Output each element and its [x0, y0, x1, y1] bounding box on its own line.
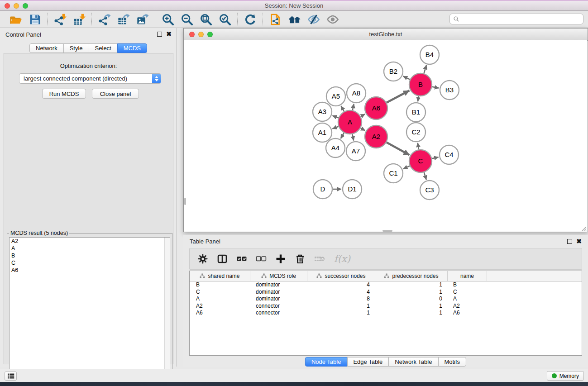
- refresh-network-button[interactable]: [243, 12, 258, 27]
- show-graphics-details-button[interactable]: [325, 12, 340, 27]
- new-network-from-file-button[interactable]: [268, 12, 283, 27]
- zoom-in-button[interactable]: [160, 12, 176, 27]
- zoom-out-button[interactable]: [179, 12, 195, 27]
- mcds-result-item[interactable]: A: [10, 245, 170, 252]
- task-history-button[interactable]: [5, 372, 17, 381]
- mcds-result-item[interactable]: A2: [10, 238, 170, 245]
- export-network-button[interactable]: [97, 12, 112, 27]
- graph-node-C2[interactable]: C2: [406, 123, 425, 142]
- delete-column-button[interactable]: [293, 252, 307, 266]
- deselect-all-rows-button[interactable]: [254, 252, 268, 266]
- tab-select[interactable]: Select: [89, 43, 118, 53]
- table-row[interactable]: Bdominator41B: [190, 281, 582, 289]
- table-row[interactable]: Cdominator41C: [190, 289, 582, 296]
- optimization-criterion-select[interactable]: largest connected component (directed): [19, 73, 161, 84]
- zoom-selected-button[interactable]: [217, 12, 233, 27]
- close-panel-icon[interactable]: ✖: [166, 30, 172, 38]
- graph-edge-C-C3[interactable]: [424, 172, 426, 180]
- graph-node-A6[interactable]: A6: [365, 97, 387, 119]
- search-field[interactable]: [449, 14, 583, 24]
- graph-node-A[interactable]: A: [338, 110, 362, 134]
- graph-node-D1[interactable]: D1: [343, 180, 362, 199]
- table-close-panel-icon[interactable]: ✖: [576, 238, 582, 245]
- tab-network[interactable]: Network: [29, 43, 64, 53]
- split-view-button[interactable]: [215, 252, 229, 266]
- add-column-button[interactable]: [274, 252, 287, 266]
- export-table-button[interactable]: [116, 12, 131, 27]
- cybrowser-button[interactable]: [287, 12, 302, 27]
- graph-edge-B-B2[interactable]: [403, 76, 410, 79]
- graph-node-D[interactable]: D: [313, 180, 332, 199]
- graph-edge-B-B4[interactable]: [424, 65, 426, 73]
- hide-graphics-details-button[interactable]: [306, 12, 321, 27]
- graph-edge-C-C2[interactable]: [418, 143, 419, 150]
- mcds-list-scrollbar[interactable]: [164, 238, 170, 381]
- tab-node-table[interactable]: Node Table: [305, 357, 348, 367]
- column-header-shared-name[interactable]: shared name: [190, 271, 250, 281]
- graph-edge-B-B1[interactable]: [418, 96, 419, 102]
- search-input[interactable]: [461, 14, 583, 24]
- column-header-successor-nodes[interactable]: successor nodes: [307, 271, 375, 281]
- graph-node-C4[interactable]: C4: [440, 145, 459, 164]
- graph-edge-A-A4[interactable]: [341, 133, 344, 139]
- close-panel-button[interactable]: Close panel: [92, 89, 139, 99]
- graph-node-B[interactable]: B: [409, 73, 432, 96]
- import-table-button[interactable]: [72, 12, 87, 27]
- tab-style[interactable]: Style: [63, 43, 89, 53]
- save-session-button[interactable]: [27, 12, 43, 27]
- resize-grip-icon[interactable]: [580, 225, 587, 231]
- tab-network-table[interactable]: Network Table: [388, 357, 438, 367]
- graph-edge-B-B3[interactable]: [432, 87, 439, 88]
- graph-edge-A-A2[interactable]: [361, 128, 365, 130]
- float-panel-icon[interactable]: [157, 32, 162, 37]
- graph-node-B1[interactable]: B1: [406, 103, 425, 122]
- network-window-titlebar[interactable]: testGlobe.txt: [184, 29, 588, 41]
- import-network-button[interactable]: [53, 12, 68, 27]
- graph-edge-A2-C[interactable]: [387, 143, 410, 155]
- graph-edge-A-A6[interactable]: [361, 114, 365, 116]
- tab-motifs[interactable]: Motifs: [438, 357, 466, 367]
- graph-node-B4[interactable]: B4: [420, 45, 439, 64]
- mcds-result-item[interactable]: A6: [10, 267, 170, 274]
- graph-edge-A-A3[interactable]: [332, 115, 338, 118]
- graph-edge-C-C4[interactable]: [432, 157, 438, 158]
- graph-node-B3[interactable]: B3: [440, 81, 459, 100]
- graph-node-C[interactable]: C: [409, 150, 432, 172]
- graph-node-A7[interactable]: A7: [346, 142, 365, 161]
- graph-node-A2[interactable]: A2: [365, 125, 387, 148]
- tab-mcds[interactable]: MCDS: [117, 43, 147, 53]
- select-all-rows-button[interactable]: [235, 252, 249, 266]
- table-settings-button[interactable]: [196, 252, 210, 266]
- graph-edge-A6-B[interactable]: [387, 91, 409, 103]
- tab-edge-table[interactable]: Edge Table: [347, 357, 389, 367]
- open-session-button[interactable]: [8, 12, 24, 27]
- graph-edge-A-A5[interactable]: [341, 106, 344, 111]
- mcds-result-item[interactable]: C: [10, 259, 170, 267]
- network-horizontal-scrollbar[interactable]: [382, 230, 392, 232]
- graph-edge-A-A7[interactable]: [352, 134, 354, 140]
- graph-node-A8[interactable]: A8: [347, 84, 366, 103]
- graph-node-B2[interactable]: B2: [384, 62, 403, 81]
- graph-edge-A-A8[interactable]: [353, 104, 354, 110]
- memory-button[interactable]: Memory: [547, 371, 584, 381]
- graph-node-A5[interactable]: A5: [326, 87, 345, 106]
- column-header-predecessor-nodes[interactable]: predecessor nodes: [375, 271, 448, 281]
- graph-node-A4[interactable]: A4: [326, 138, 345, 157]
- network-vertical-scrollbar[interactable]: [184, 198, 186, 205]
- graph-edge-C-C1[interactable]: [403, 166, 410, 169]
- table-row[interactable]: A2connector11A2: [190, 303, 582, 310]
- table-float-panel-icon[interactable]: [567, 239, 572, 244]
- network-canvas[interactable]: B4B2BB3A5A8A6A3B1AA1C2A2A4A7C4CC1DD1C3: [184, 40, 587, 232]
- graph-edge-A-A1[interactable]: [332, 127, 338, 129]
- mcds-result-item[interactable]: B: [10, 252, 170, 259]
- table-row[interactable]: Adominator80A: [190, 295, 582, 303]
- graph-node-C3[interactable]: C3: [420, 181, 439, 200]
- column-header-name[interactable]: name: [448, 271, 487, 281]
- graph-node-C1[interactable]: C1: [384, 164, 403, 183]
- zoom-fit-button[interactable]: [198, 12, 214, 27]
- run-mcds-button[interactable]: Run MCDS: [42, 89, 86, 99]
- graph-node-A1[interactable]: A1: [313, 123, 332, 142]
- export-image-button[interactable]: [135, 12, 150, 27]
- column-header-MCDS-role[interactable]: MCDS role: [250, 271, 307, 281]
- graph-node-A3[interactable]: A3: [313, 102, 332, 121]
